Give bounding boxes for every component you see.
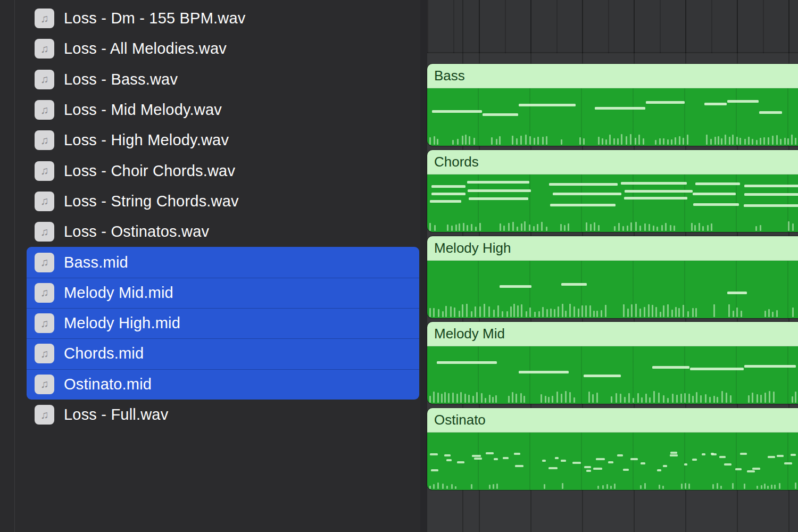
midi-region-bass[interactable]: Bass (427, 64, 798, 146)
region-header: Ostinato (427, 408, 798, 433)
timeline-area[interactable]: BassChordsMelody HighMelody MidOstinato (420, 0, 798, 532)
region-name: Ostinato (434, 412, 486, 428)
region-notes (427, 346, 798, 404)
file-list-item[interactable]: ♫Melody High.mid (27, 308, 419, 338)
music-file-icon: ♫ (35, 253, 54, 272)
region-header: Bass (427, 64, 798, 88)
music-file-icon: ♫ (35, 130, 54, 150)
file-list: ♫Loss - Dm - 155 BPM.wav♫Loss - All Melo… (27, 3, 419, 430)
music-file-icon: ♫ (35, 9, 54, 28)
midi-region-chords[interactable]: Chords (427, 150, 798, 232)
daw-window: ♫Loss - Dm - 155 BPM.wav♫Loss - All Melo… (0, 0, 798, 532)
file-label: Loss - High Melody.wav (64, 131, 229, 149)
region-notes (427, 261, 798, 318)
file-list-item[interactable]: ♫Chords.mid (27, 338, 419, 369)
music-file-icon: ♫ (35, 39, 54, 59)
file-label: Loss - String Chords.wav (64, 193, 239, 210)
file-label: Loss - Dm - 155 BPM.wav (64, 10, 245, 27)
file-list-item[interactable]: ♫Melody Mid.mid (27, 278, 419, 308)
file-label: Loss - Choir Chords.wav (64, 162, 235, 180)
file-label: Bass.mid (64, 254, 128, 271)
music-file-icon: ♫ (35, 375, 54, 394)
region-header: Melody High (427, 236, 798, 261)
file-list-item[interactable]: ♫Loss - Bass.wav (27, 64, 419, 95)
file-label: Ostinato.mid (64, 376, 152, 393)
music-file-icon: ♫ (35, 405, 54, 425)
music-file-icon: ♫ (35, 222, 54, 242)
region-notes (427, 88, 798, 146)
music-file-icon: ♫ (35, 344, 54, 363)
file-label: Loss - Bass.wav (64, 71, 178, 88)
music-file-icon: ♫ (35, 283, 54, 303)
file-list-item[interactable]: ♫Loss - High Melody.wav (27, 125, 419, 155)
region-name: Bass (434, 68, 465, 84)
file-label: Loss - Full.wav (64, 406, 168, 423)
file-list-item[interactable]: ♫Bass.mid (27, 247, 419, 277)
midi-region-ostinato[interactable]: Ostinato (427, 408, 798, 490)
file-label: Loss - Ostinatos.wav (64, 223, 209, 240)
file-list-item[interactable]: ♫Loss - Full.wav (27, 400, 419, 430)
file-label: Melody Mid.mid (64, 284, 173, 302)
midi-region-melody-mid[interactable]: Melody Mid (427, 322, 798, 404)
file-list-item[interactable]: ♫Loss - All Melodies.wav (27, 34, 419, 64)
music-file-icon: ♫ (35, 70, 54, 89)
file-list-item[interactable]: ♫Loss - Ostinatos.wav (27, 217, 419, 247)
region-header: Chords (427, 150, 798, 174)
music-file-icon: ♫ (35, 192, 54, 211)
file-list-item[interactable]: ♫Loss - String Chords.wav (27, 186, 419, 217)
file-label: Loss - Mid Melody.wav (64, 101, 222, 119)
music-file-icon: ♫ (35, 100, 54, 120)
file-label: Melody High.mid (64, 314, 180, 332)
music-file-icon: ♫ (35, 161, 54, 181)
region-header: Melody Mid (427, 322, 798, 346)
region-notes (427, 174, 798, 232)
region-name: Melody Mid (434, 326, 505, 342)
regions-layer: BassChordsMelody HighMelody MidOstinato (427, 0, 798, 532)
file-list-item[interactable]: ♫Loss - Choir Chords.wav (27, 155, 419, 186)
file-list-item[interactable]: ♫Ostinato.mid (27, 369, 419, 400)
file-list-item[interactable]: ♫Loss - Mid Melody.wav (27, 95, 419, 125)
track-left-gutter (420, 0, 427, 532)
region-name: Melody High (434, 240, 511, 256)
file-list-item[interactable]: ♫Loss - Dm - 155 BPM.wav (27, 3, 419, 34)
music-file-icon: ♫ (35, 313, 54, 333)
file-browser-panel: ♫Loss - Dm - 155 BPM.wav♫Loss - All Melo… (0, 0, 420, 532)
region-name: Chords (434, 154, 479, 170)
file-label: Chords.mid (64, 345, 144, 362)
panel-gutter-divider (14, 0, 15, 532)
file-label: Loss - All Melodies.wav (64, 40, 227, 57)
region-notes (427, 433, 798, 490)
midi-region-melody-high[interactable]: Melody High (427, 236, 798, 318)
